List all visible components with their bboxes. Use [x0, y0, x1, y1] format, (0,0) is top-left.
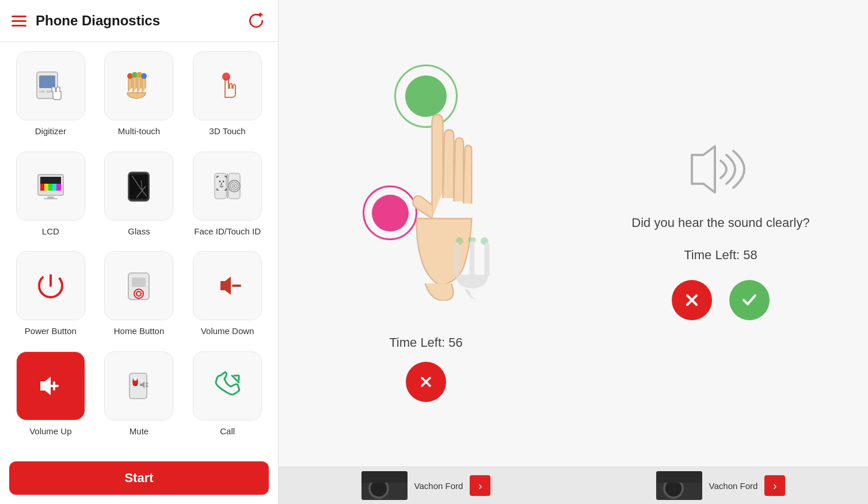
- refresh-icon[interactable]: [246, 10, 267, 31]
- svg-rect-16: [52, 184, 56, 191]
- voldown-icon: [209, 267, 246, 304]
- right-ad-arrow[interactable]: ›: [764, 475, 785, 496]
- grid-item-home[interactable]: Home Button: [98, 251, 181, 346]
- grid-item-mute[interactable]: Mute: [98, 351, 181, 446]
- svg-point-10: [224, 74, 229, 79]
- svg-rect-19: [44, 198, 58, 199]
- volup-icon-box: [16, 351, 85, 420]
- power-icon: [32, 267, 69, 304]
- grid-label-3dtouch: 3D Touch: [210, 126, 246, 136]
- sound-test-area: Did you hear the sound clearly? Time Lef…: [631, 0, 809, 467]
- grid-item-power[interactable]: Power Button: [9, 251, 92, 346]
- grid-item-lcd[interactable]: LCD: [9, 151, 92, 246]
- grid-label-digitizer: Digitizer: [35, 126, 66, 136]
- grid-label-lcd: LCD: [42, 226, 59, 236]
- grid-item-voldown[interactable]: Volume Down: [186, 251, 269, 346]
- left-panel: Phone Diagnostics Digitizer: [0, 0, 279, 504]
- middle-cancel-button[interactable]: [406, 362, 446, 402]
- x-icon: [417, 373, 435, 391]
- digitizer-icon: [32, 67, 69, 104]
- diagnostics-grid: Digitizer Multi-touch: [0, 42, 278, 454]
- grid-item-volup[interactable]: Volume Up: [9, 351, 92, 446]
- grid-label-voldown: Volume Down: [201, 326, 254, 336]
- right-ad-thumbnail: [656, 471, 702, 500]
- middle-ad-arrow[interactable]: ›: [470, 475, 490, 496]
- grid-item-3dtouch[interactable]: 3D Touch: [186, 51, 269, 146]
- svg-rect-18: [47, 196, 54, 198]
- svg-rect-41: [132, 278, 146, 287]
- grid-label-volup: Volume Up: [29, 426, 71, 436]
- grid-item-digitizer[interactable]: Digitizer: [9, 51, 92, 146]
- svg-rect-27: [215, 173, 226, 199]
- right-x-icon: [682, 290, 702, 310]
- middle-ad-text: Vachon Ford: [414, 481, 463, 491]
- start-button[interactable]: Start: [9, 461, 269, 495]
- right-ad-banner: Vachon Ford ›: [573, 467, 868, 504]
- svg-point-61: [371, 480, 387, 497]
- svg-rect-3: [39, 90, 45, 93]
- svg-marker-42: [220, 276, 231, 295]
- ad-thumbnail: [361, 471, 408, 500]
- mute-icon: [120, 367, 157, 404]
- svg-line-53: [232, 376, 239, 382]
- middle-ad-banner: Vachon Ford ›: [279, 467, 573, 504]
- touch-illustration: [334, 59, 518, 324]
- grid-label-glass: Glass: [128, 226, 150, 236]
- svg-marker-0: [257, 13, 264, 16]
- right-panel: Did you hear the sound clearly? Time Lef…: [573, 0, 868, 504]
- svg-point-28: [219, 180, 221, 182]
- sound-question: Did you hear the sound clearly?: [631, 215, 809, 230]
- right-check-icon: [740, 290, 759, 310]
- hamburger-menu[interactable]: [12, 16, 26, 26]
- svg-point-49: [134, 377, 137, 381]
- svg-point-35: [234, 185, 235, 187]
- glass-icon: [120, 168, 157, 204]
- svg-rect-13: [40, 184, 44, 191]
- grid-label-home: Home Button: [114, 326, 165, 336]
- middle-panel: Time Left: 56 Vachon Ford ›: [279, 0, 573, 504]
- sound-icon: [675, 141, 767, 198]
- multitouch-icon: [120, 67, 157, 104]
- svg-rect-69: [656, 471, 702, 483]
- svg-rect-2: [39, 75, 55, 88]
- volup-icon: [32, 367, 69, 404]
- hand-three-finger: [443, 237, 501, 312]
- touch-test-area: Time Left: 56: [279, 0, 573, 467]
- grid-label-faceid: Face ID/Touch ID: [194, 226, 261, 236]
- 3dtouch-icon: [209, 67, 246, 104]
- grid-item-call[interactable]: Call: [186, 351, 269, 446]
- grid-item-multitouch[interactable]: Multi-touch: [98, 51, 181, 146]
- svg-rect-4: [46, 90, 52, 93]
- right-cancel-button[interactable]: [672, 280, 712, 320]
- svg-rect-14: [44, 184, 48, 191]
- svg-rect-62: [361, 471, 408, 483]
- svg-rect-17: [56, 184, 61, 191]
- grid-label-call: Call: [220, 426, 235, 436]
- grid-label-multitouch: Multi-touch: [118, 126, 160, 136]
- right-action-buttons: [672, 280, 770, 320]
- svg-point-8: [141, 73, 147, 79]
- right-confirm-button[interactable]: [729, 280, 770, 320]
- grid-item-glass[interactable]: Glass: [98, 151, 181, 246]
- lcd-icon: [32, 168, 69, 204]
- app-header: Phone Diagnostics: [0, 0, 278, 42]
- grid-label-mute: Mute: [130, 426, 149, 436]
- faceid-icon: [209, 168, 246, 204]
- svg-marker-63: [692, 146, 715, 192]
- grid-label-power: Power Button: [25, 326, 77, 336]
- svg-point-68: [665, 480, 682, 497]
- middle-time-left: Time Left: 56: [389, 335, 463, 350]
- call-icon: [209, 367, 246, 404]
- svg-marker-44: [40, 377, 51, 395]
- right-ad-text: Vachon Ford: [709, 481, 758, 491]
- right-time-left: Time Left: 58: [684, 248, 757, 263]
- middle-action-buttons: [406, 362, 446, 402]
- svg-point-29: [223, 180, 224, 182]
- grid-item-faceid[interactable]: Face ID/Touch ID: [186, 151, 269, 246]
- home-icon: [120, 267, 157, 304]
- svg-rect-15: [48, 184, 52, 191]
- page-title: Phone Diagnostics: [36, 13, 237, 29]
